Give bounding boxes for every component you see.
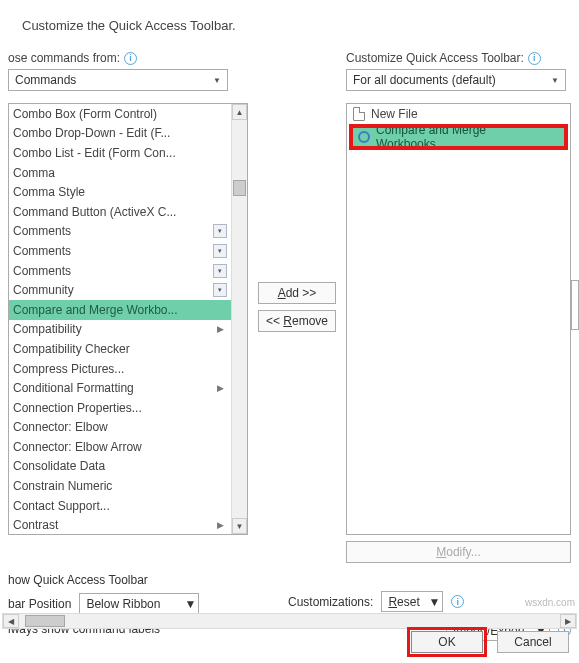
show-qat-label: how Quick Access Toolbar [8,573,248,587]
scroll-thumb-horizontal[interactable] [25,615,65,627]
modify-button: Modify... [346,541,571,563]
add-label-rest: dd >> [286,286,317,300]
scroll-down-icon[interactable]: ▼ [232,518,247,534]
info-icon[interactable]: i [451,595,464,608]
list-item-label: Combo Drop-Down - Edit (F... [13,126,170,140]
list-item-label: Community [13,283,74,297]
chevron-down-icon: ▼ [428,595,440,609]
toolbar-position-dropdown[interactable]: Below Ribbon ▼ [79,593,199,614]
list-item[interactable]: Connector: Elbow Arrow [9,437,231,457]
commands-category-value: Commands [15,73,76,87]
add-button[interactable]: Add >> [258,282,336,304]
list-item[interactable]: Connector: Elbow [9,418,231,438]
watermark: wsxdn.com [525,597,575,608]
qat-scope-value: For all documents (default) [353,73,496,87]
list-item[interactable]: Community▾ [9,280,231,300]
list-item-label: Conditional Formatting [13,381,134,395]
scroll-left-icon[interactable]: ◀ [3,614,19,628]
list-item-label: Compare and Merge Workbo... [13,303,178,317]
scroll-thumb[interactable] [233,180,246,196]
split-dropdown-icon[interactable]: ▾ [213,283,227,297]
list-item-label: Connection Properties... [13,401,142,415]
toolbar-position-label: bar Position [8,597,71,611]
list-item-label: Constrain Numeric [13,479,112,493]
list-item[interactable]: Compatibility▶ [9,320,231,340]
scroll-up-icon[interactable]: ▲ [232,104,247,120]
split-dropdown-icon[interactable]: ▾ [213,264,227,278]
list-item[interactable]: Compare and Merge Workbo... [9,300,231,320]
ring-icon [358,131,370,143]
list-item-label: Comments [13,244,71,258]
chevron-down-icon: ▼ [184,597,196,611]
list-item-label: Command Button (ActiveX C... [13,205,176,219]
list-item[interactable]: Combo List - Edit (Form Con... [9,143,231,163]
dialog-title: Customize the Quick Access Toolbar. [22,18,571,33]
submenu-arrow-icon: ▶ [217,324,227,334]
list-item[interactable]: Compress Pictures... [9,359,231,379]
list-item[interactable]: Consolidate Data [9,457,231,477]
list-item[interactable]: Combo Drop-Down - Edit (F... [9,124,231,144]
commands-listbox[interactable]: Combo Box (Form Control)Combo Drop-Down … [8,103,248,535]
list-item-label: Comments [13,224,71,238]
reset-dropdown[interactable]: Reset ▼ [381,591,443,612]
list-item-label: Comments [13,264,71,278]
qat-scope-dropdown[interactable]: For all documents (default) ▼ [346,69,566,91]
list-item[interactable]: Constrain Numeric [9,476,231,496]
remove-button[interactable]: << Remove [258,310,336,332]
list-item[interactable]: Comments▾ [9,241,231,261]
qat-list-item[interactable]: Compare and Merge Workbooks... [352,127,565,147]
qat-list-item[interactable]: New File [347,104,570,124]
list-item[interactable]: Conditional Formatting▶ [9,378,231,398]
file-icon [353,107,365,121]
submenu-arrow-icon: ▶ [217,520,227,530]
ok-button[interactable]: OK [411,631,483,653]
list-item-label: Connector: Elbow Arrow [13,440,142,454]
list-item[interactable]: Contrast▶ [9,515,231,534]
list-item[interactable]: Comments▾ [9,222,231,242]
qat-listbox[interactable]: New FileCompare and Merge Workbooks... [346,103,571,535]
list-item-label: Compatibility Checker [13,342,130,356]
chevron-down-icon: ▼ [547,72,563,88]
submenu-arrow-icon: ▶ [217,383,227,393]
list-item[interactable]: Command Button (ActiveX C... [9,202,231,222]
info-icon[interactable]: i [528,52,541,65]
qat-item-label: Compare and Merge Workbooks... [376,123,559,151]
list-item-label: Combo List - Edit (Form Con... [13,146,176,160]
list-item-label: Combo Box (Form Control) [13,107,157,121]
list-item-label: Comma [13,166,55,180]
list-item-label: Comma Style [13,185,85,199]
commands-category-dropdown[interactable]: Commands ▼ [8,69,228,91]
list-item[interactable]: Comma Style [9,182,231,202]
list-item[interactable]: Comma [9,163,231,183]
split-dropdown-icon[interactable]: ▾ [213,244,227,258]
split-dropdown-icon[interactable]: ▾ [213,224,227,238]
list-item-label: Compatibility [13,322,82,336]
scroll-right-icon[interactable]: ▶ [560,614,576,628]
cancel-button[interactable]: Cancel [497,631,569,653]
reorder-handle[interactable] [571,280,579,330]
toolbar-position-value: Below Ribbon [86,597,160,611]
info-icon[interactable]: i [124,52,137,65]
scrollbar-vertical[interactable]: ▲ ▼ [231,104,247,534]
chevron-down-icon: ▼ [209,72,225,88]
list-item[interactable]: Compatibility Checker [9,339,231,359]
list-item-label: Compress Pictures... [13,362,124,376]
list-item[interactable]: Contact Support... [9,496,231,516]
customizations-label: Customizations: [288,595,373,609]
customize-qat-label: Customize Quick Access Toolbar: [346,51,524,65]
list-item-label: Consolidate Data [13,459,105,473]
list-item[interactable]: Connection Properties... [9,398,231,418]
qat-item-label: New File [371,107,418,121]
list-item[interactable]: Combo Box (Form Control) [9,104,231,124]
list-item-label: Connector: Elbow [13,420,108,434]
list-item-label: Contrast [13,518,58,532]
list-item[interactable]: Comments▾ [9,261,231,281]
list-item-label: Contact Support... [13,499,110,513]
remove-label-rest: emove [292,314,328,328]
choose-commands-label: ose commands from: [8,51,120,65]
